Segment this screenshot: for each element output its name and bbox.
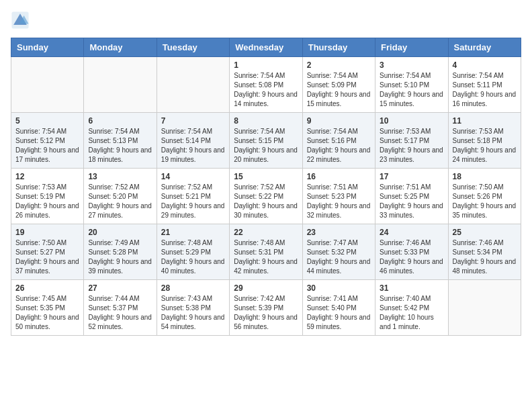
calendar-cell: 20Sunrise: 7:49 AM Sunset: 5:28 PM Dayli… bbox=[84, 224, 157, 280]
day-number: 17 bbox=[380, 172, 443, 181]
calendar-header-saturday: Saturday bbox=[448, 38, 521, 57]
day-info: Sunrise: 7:46 AM Sunset: 5:34 PM Dayligh… bbox=[453, 238, 517, 276]
calendar-cell: 24Sunrise: 7:46 AM Sunset: 5:33 PM Dayli… bbox=[375, 224, 448, 280]
day-info: Sunrise: 7:43 AM Sunset: 5:38 PM Dayligh… bbox=[161, 294, 225, 332]
calendar-week-3: 12Sunrise: 7:53 AM Sunset: 5:19 PM Dayli… bbox=[11, 169, 521, 224]
calendar-header-row: SundayMondayTuesdayWednesdayThursdayFrid… bbox=[11, 38, 521, 57]
calendar-cell: 2Sunrise: 7:54 AM Sunset: 5:09 PM Daylig… bbox=[302, 57, 375, 113]
day-number: 24 bbox=[380, 228, 443, 237]
calendar-header-friday: Friday bbox=[375, 38, 448, 57]
day-info: Sunrise: 7:53 AM Sunset: 5:19 PM Dayligh… bbox=[15, 183, 79, 220]
day-info: Sunrise: 7:54 AM Sunset: 5:14 PM Dayligh… bbox=[161, 127, 225, 165]
calendar-cell: 22Sunrise: 7:48 AM Sunset: 5:31 PM Dayli… bbox=[230, 224, 302, 280]
calendar-cell: 19Sunrise: 7:50 AM Sunset: 5:27 PM Dayli… bbox=[11, 224, 84, 280]
calendar-header-tuesday: Tuesday bbox=[157, 38, 229, 57]
calendar-header-wednesday: Wednesday bbox=[230, 38, 302, 57]
day-number: 19 bbox=[15, 228, 79, 237]
day-info: Sunrise: 7:54 AM Sunset: 5:11 PM Dayligh… bbox=[453, 71, 517, 109]
day-info: Sunrise: 7:50 AM Sunset: 5:26 PM Dayligh… bbox=[453, 183, 517, 220]
calendar-cell bbox=[157, 57, 229, 113]
logo-icon bbox=[11, 11, 30, 30]
day-number: 16 bbox=[307, 172, 371, 181]
day-number: 21 bbox=[161, 228, 225, 237]
day-info: Sunrise: 7:41 AM Sunset: 5:40 PM Dayligh… bbox=[307, 294, 371, 332]
day-info: Sunrise: 7:51 AM Sunset: 5:23 PM Dayligh… bbox=[307, 183, 371, 220]
day-info: Sunrise: 7:44 AM Sunset: 5:37 PM Dayligh… bbox=[88, 294, 152, 332]
calendar-cell: 17Sunrise: 7:51 AM Sunset: 5:25 PM Dayli… bbox=[375, 169, 448, 224]
calendar-cell: 28Sunrise: 7:43 AM Sunset: 5:38 PM Dayli… bbox=[157, 280, 229, 336]
day-number: 5 bbox=[15, 116, 79, 126]
day-number: 15 bbox=[234, 172, 298, 181]
calendar-cell: 14Sunrise: 7:52 AM Sunset: 5:21 PM Dayli… bbox=[157, 169, 229, 224]
calendar-cell: 23Sunrise: 7:47 AM Sunset: 5:32 PM Dayli… bbox=[302, 224, 375, 280]
day-number: 7 bbox=[161, 116, 225, 126]
day-info: Sunrise: 7:53 AM Sunset: 5:17 PM Dayligh… bbox=[380, 127, 443, 165]
day-number: 26 bbox=[15, 283, 79, 293]
day-number: 30 bbox=[307, 283, 371, 293]
calendar-cell: 31Sunrise: 7:40 AM Sunset: 5:42 PM Dayli… bbox=[375, 280, 448, 336]
day-number: 18 bbox=[453, 172, 517, 181]
day-number: 9 bbox=[307, 116, 371, 126]
calendar-cell: 6Sunrise: 7:54 AM Sunset: 5:13 PM Daylig… bbox=[84, 113, 157, 169]
day-number: 27 bbox=[88, 283, 152, 293]
day-number: 12 bbox=[15, 172, 79, 181]
calendar-cell: 29Sunrise: 7:42 AM Sunset: 5:39 PM Dayli… bbox=[230, 280, 302, 336]
day-info: Sunrise: 7:45 AM Sunset: 5:35 PM Dayligh… bbox=[15, 294, 79, 332]
day-number: 4 bbox=[453, 60, 517, 70]
day-number: 25 bbox=[453, 228, 517, 237]
calendar-cell bbox=[448, 280, 521, 336]
day-number: 29 bbox=[234, 283, 298, 293]
calendar-week-4: 19Sunrise: 7:50 AM Sunset: 5:27 PM Dayli… bbox=[11, 224, 521, 280]
calendar-cell: 25Sunrise: 7:46 AM Sunset: 5:34 PM Dayli… bbox=[448, 224, 521, 280]
day-info: Sunrise: 7:49 AM Sunset: 5:28 PM Dayligh… bbox=[88, 238, 152, 276]
page-header bbox=[11, 11, 521, 30]
calendar-week-2: 5Sunrise: 7:54 AM Sunset: 5:12 PM Daylig… bbox=[11, 113, 521, 169]
calendar-cell: 5Sunrise: 7:54 AM Sunset: 5:12 PM Daylig… bbox=[11, 113, 84, 169]
day-number: 20 bbox=[88, 228, 152, 237]
calendar-cell: 13Sunrise: 7:52 AM Sunset: 5:20 PM Dayli… bbox=[84, 169, 157, 224]
day-number: 8 bbox=[234, 116, 298, 126]
day-info: Sunrise: 7:46 AM Sunset: 5:33 PM Dayligh… bbox=[380, 238, 443, 276]
day-number: 2 bbox=[307, 60, 371, 70]
calendar: SundayMondayTuesdayWednesdayThursdayFrid… bbox=[11, 38, 521, 336]
day-info: Sunrise: 7:54 AM Sunset: 5:16 PM Dayligh… bbox=[307, 127, 371, 165]
calendar-cell: 4Sunrise: 7:54 AM Sunset: 5:11 PM Daylig… bbox=[448, 57, 521, 113]
calendar-cell: 26Sunrise: 7:45 AM Sunset: 5:35 PM Dayli… bbox=[11, 280, 84, 336]
calendar-cell: 9Sunrise: 7:54 AM Sunset: 5:16 PM Daylig… bbox=[302, 113, 375, 169]
calendar-header-monday: Monday bbox=[84, 38, 157, 57]
day-info: Sunrise: 7:54 AM Sunset: 5:12 PM Dayligh… bbox=[15, 127, 79, 165]
calendar-cell: 1Sunrise: 7:54 AM Sunset: 5:08 PM Daylig… bbox=[230, 57, 302, 113]
day-info: Sunrise: 7:42 AM Sunset: 5:39 PM Dayligh… bbox=[234, 294, 298, 332]
calendar-header-sunday: Sunday bbox=[11, 38, 84, 57]
day-info: Sunrise: 7:51 AM Sunset: 5:25 PM Dayligh… bbox=[380, 183, 443, 220]
day-number: 22 bbox=[234, 228, 298, 237]
calendar-cell: 7Sunrise: 7:54 AM Sunset: 5:14 PM Daylig… bbox=[157, 113, 229, 169]
day-info: Sunrise: 7:52 AM Sunset: 5:22 PM Dayligh… bbox=[234, 183, 298, 220]
calendar-cell: 8Sunrise: 7:54 AM Sunset: 5:15 PM Daylig… bbox=[230, 113, 302, 169]
calendar-week-1: 1Sunrise: 7:54 AM Sunset: 5:08 PM Daylig… bbox=[11, 57, 521, 113]
day-info: Sunrise: 7:54 AM Sunset: 5:15 PM Dayligh… bbox=[234, 127, 298, 165]
day-info: Sunrise: 7:54 AM Sunset: 5:09 PM Dayligh… bbox=[307, 71, 371, 109]
day-number: 1 bbox=[234, 60, 298, 70]
calendar-cell: 15Sunrise: 7:52 AM Sunset: 5:22 PM Dayli… bbox=[230, 169, 302, 224]
day-number: 28 bbox=[161, 283, 225, 293]
day-info: Sunrise: 7:50 AM Sunset: 5:27 PM Dayligh… bbox=[15, 238, 79, 276]
logo bbox=[11, 11, 32, 30]
calendar-cell: 16Sunrise: 7:51 AM Sunset: 5:23 PM Dayli… bbox=[302, 169, 375, 224]
calendar-cell: 3Sunrise: 7:54 AM Sunset: 5:10 PM Daylig… bbox=[375, 57, 448, 113]
calendar-cell bbox=[84, 57, 157, 113]
day-info: Sunrise: 7:54 AM Sunset: 5:10 PM Dayligh… bbox=[380, 71, 443, 109]
day-info: Sunrise: 7:48 AM Sunset: 5:31 PM Dayligh… bbox=[234, 238, 298, 276]
day-info: Sunrise: 7:47 AM Sunset: 5:32 PM Dayligh… bbox=[307, 238, 371, 276]
calendar-header-thursday: Thursday bbox=[302, 38, 375, 57]
calendar-cell: 21Sunrise: 7:48 AM Sunset: 5:29 PM Dayli… bbox=[157, 224, 229, 280]
day-info: Sunrise: 7:40 AM Sunset: 5:42 PM Dayligh… bbox=[380, 294, 443, 332]
day-number: 10 bbox=[380, 116, 443, 126]
day-info: Sunrise: 7:48 AM Sunset: 5:29 PM Dayligh… bbox=[161, 238, 225, 276]
calendar-cell: 30Sunrise: 7:41 AM Sunset: 5:40 PM Dayli… bbox=[302, 280, 375, 336]
day-number: 6 bbox=[88, 116, 152, 126]
day-number: 23 bbox=[307, 228, 371, 237]
calendar-cell: 11Sunrise: 7:53 AM Sunset: 5:18 PM Dayli… bbox=[448, 113, 521, 169]
calendar-cell: 10Sunrise: 7:53 AM Sunset: 5:17 PM Dayli… bbox=[375, 113, 448, 169]
day-number: 11 bbox=[453, 116, 517, 126]
